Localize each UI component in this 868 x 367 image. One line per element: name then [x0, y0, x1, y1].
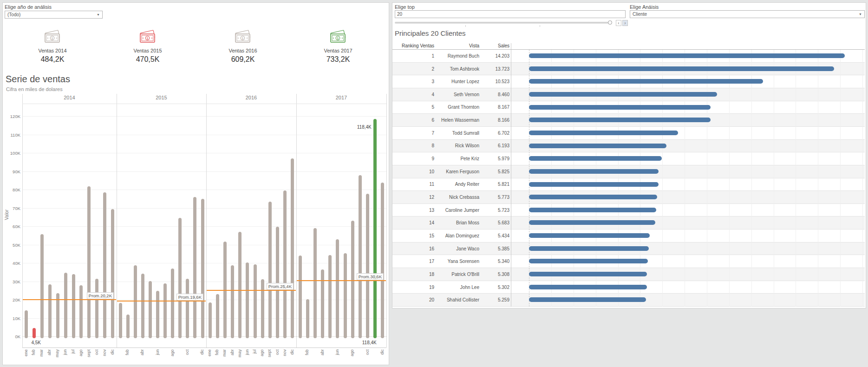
gridline	[22, 245, 386, 245]
gridline	[840, 50, 841, 307]
sales-bar[interactable]	[529, 220, 655, 225]
table-row[interactable]: 16Jane Waco5.385	[392, 242, 865, 256]
bar-2015-may[interactable]	[149, 281, 152, 338]
bar-2015-jul[interactable]	[163, 283, 167, 338]
month-label: jun	[335, 349, 340, 355]
table-row[interactable]: 5Grant Thornton8.167	[392, 101, 865, 114]
table-row[interactable]: 3Hunter Lopez10.523	[392, 75, 865, 88]
month-label: abr	[47, 349, 52, 355]
bar-2016-ago[interactable]	[261, 279, 264, 338]
bar-2016-dic[interactable]	[291, 158, 294, 338]
bar-2015-nov[interactable]	[193, 197, 196, 338]
bar-2016-sept[interactable]	[268, 202, 272, 338]
table-row[interactable]: 13Caroline Jumper5.723	[392, 204, 865, 217]
y-tick-label: 40K	[3, 261, 20, 266]
bar-2017-nov[interactable]	[373, 119, 377, 338]
table-row[interactable]: 20Shahid Collister5.259	[392, 294, 865, 307]
sales-bar[interactable]	[529, 66, 834, 71]
bar-2017-feb[interactable]	[306, 299, 309, 338]
bar-2017-ene[interactable]	[299, 256, 302, 338]
sales-bar[interactable]	[529, 195, 657, 199]
sales-bar[interactable]	[529, 131, 678, 135]
sales-bar[interactable]	[529, 233, 650, 238]
bar-2014-oct[interactable]	[95, 279, 98, 338]
bar-2017-ago[interactable]	[351, 221, 354, 338]
bar-2016-may[interactable]	[238, 232, 241, 338]
sales-bar[interactable]	[529, 79, 763, 84]
sales-bar[interactable]	[529, 182, 659, 187]
sales-bar[interactable]	[529, 285, 647, 289]
sales-bar[interactable]	[529, 156, 662, 161]
table-row[interactable]: 1Raymond Buch14.203	[392, 50, 865, 63]
bar-2014-nov[interactable]	[103, 192, 106, 339]
bar-2014-jun[interactable]	[64, 273, 67, 338]
table-row[interactable]: 19John Lee5.302	[392, 281, 865, 294]
bar-2015-ene[interactable]	[119, 303, 122, 338]
sales-bar[interactable]	[529, 169, 659, 174]
table-row[interactable]: 8Rick Wilson6.193	[392, 140, 865, 153]
sales-bar[interactable]	[529, 105, 711, 110]
panel-divider	[206, 94, 207, 347]
sales-bar[interactable]	[529, 259, 648, 263]
bar-2014-mar[interactable]	[40, 234, 44, 338]
gridline	[22, 226, 386, 227]
bar-2016-abr[interactable]	[231, 265, 234, 338]
bar-2015-dic[interactable]	[201, 199, 204, 338]
table-row[interactable]: 2Tom Ashbrook13.723	[392, 63, 865, 76]
sales-bar[interactable]	[529, 53, 845, 58]
annotation: 4,5K	[31, 340, 41, 345]
sales-bar[interactable]	[529, 272, 647, 276]
bar-2015-oct[interactable]	[186, 279, 189, 338]
table-row[interactable]: 7Todd Sumrall6.702	[392, 127, 865, 140]
client-name-cell: Tom Ashbrook	[437, 63, 479, 75]
bar-2017-sept[interactable]	[359, 175, 362, 338]
bar-2016-jun[interactable]	[246, 262, 249, 338]
sales-bar[interactable]	[529, 92, 717, 97]
bar-2015-sept[interactable]	[178, 218, 182, 338]
table-row[interactable]: 18Patrick O'Brill5.308	[392, 268, 865, 281]
sales-bar[interactable]	[529, 246, 649, 251]
bar-2017-mar[interactable]	[313, 228, 317, 338]
bar-2016-nov[interactable]	[283, 190, 287, 338]
sales-bar[interactable]	[529, 118, 711, 122]
bar-2017-jul[interactable]	[344, 253, 347, 338]
bar-2014-ene[interactable]	[25, 310, 28, 338]
month-label: nov	[102, 349, 108, 356]
table-row[interactable]: 12Nick Crebassa5.773	[392, 191, 865, 204]
sales-bar[interactable]	[529, 297, 646, 302]
table-row[interactable]: 17Yana Sorensen5.340	[392, 255, 865, 268]
bar-2017-oct[interactable]	[366, 194, 369, 338]
sales-bar[interactable]	[529, 208, 656, 212]
bar-2017-abr[interactable]	[321, 269, 324, 338]
bar-2015-mar[interactable]	[134, 265, 137, 338]
table-row[interactable]: 14Brian Moss5.683	[392, 216, 865, 229]
bar-2017-jun[interactable]	[336, 239, 339, 338]
table-row[interactable]: 6Helen Wasserman8.166	[392, 114, 865, 127]
bar-2014-feb[interactable]	[33, 328, 36, 338]
bar-2014-jul[interactable]	[72, 274, 75, 338]
bar-2017-dic[interactable]	[381, 183, 384, 338]
table-row[interactable]: 15Alan Dominguez5.434	[392, 229, 865, 242]
bar-2014-dic[interactable]	[111, 209, 114, 339]
client-name-cell: Karen Ferguson	[437, 165, 479, 178]
panel-divider	[117, 94, 117, 347]
bar-2014-abr[interactable]	[48, 284, 52, 338]
table-row[interactable]: 11Andy Reiter5.821	[392, 178, 865, 191]
bar-2015-feb[interactable]	[126, 315, 130, 338]
sales-bar[interactable]	[529, 144, 666, 148]
bar-2014-sept[interactable]	[87, 186, 91, 338]
client-name-cell: Pete Kriz	[437, 152, 479, 165]
bar-2015-ago[interactable]	[171, 269, 174, 338]
bar-2017-may[interactable]	[328, 255, 332, 338]
table-row[interactable]: 9Pete Kriz5.979	[392, 152, 865, 165]
table-row[interactable]: 4Seth Vernon8.460	[392, 88, 865, 101]
y-tick-label: 90K	[3, 169, 20, 174]
bar-2014-ago[interactable]	[79, 285, 83, 338]
sales-cell: 5.825	[481, 165, 509, 178]
bar-2015-jun[interactable]	[156, 291, 159, 338]
bar-2015-abr[interactable]	[141, 274, 144, 338]
table-row[interactable]: 10Karen Ferguson5.825	[392, 165, 865, 178]
bar-2016-jul[interactable]	[254, 264, 257, 338]
bar-2016-ene[interactable]	[209, 302, 212, 338]
bar-2016-feb[interactable]	[216, 294, 219, 338]
